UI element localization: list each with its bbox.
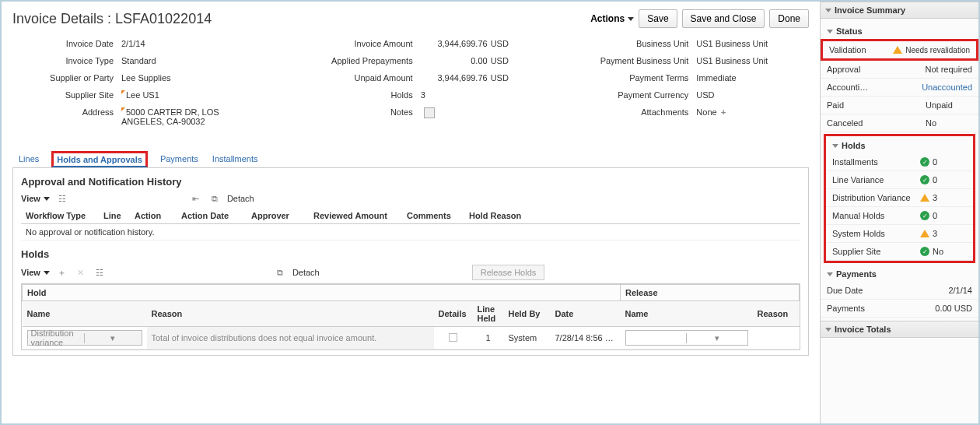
supplier-site-label: Supplier Site [12, 90, 121, 100]
due-date-label: Due Date [827, 286, 918, 295]
format-icon[interactable]: ☷ [93, 266, 106, 279]
status-title: Status [836, 26, 863, 36]
warning-icon [893, 46, 902, 54]
attachments-label: Attachments [564, 107, 696, 117]
status-subheader[interactable]: Status [821, 22, 978, 39]
group-release: Release [621, 285, 800, 301]
col-approver: Approver [247, 208, 309, 224]
holds-row[interactable]: Distribution variance ▾ Total of invoice… [23, 327, 800, 349]
payments-amount-row: Payments0.00 USD [821, 300, 978, 318]
accounting-label: Accounti… [827, 83, 922, 92]
hold-reason-value: Total of invoice distributions does not … [147, 327, 434, 349]
payment-bu-value: US1 Business Unit [696, 56, 809, 65]
release-holds-button[interactable]: Release Holds [472, 265, 545, 280]
unpaid-amount-value: 3,944,699.76 [421, 73, 491, 83]
disclosure-icon [825, 9, 831, 12]
payment-terms-label: Payment Terms [564, 73, 696, 83]
col-comments: Comments [402, 208, 464, 224]
tab-payments[interactable]: Payments [159, 151, 200, 167]
chevron-down-icon[interactable]: ▾ [686, 333, 747, 343]
tab-installments[interactable]: Installments [211, 151, 260, 167]
holds-table: Hold Release Name Reason Details Line He… [22, 284, 800, 349]
system-holds-value: 3 [933, 229, 937, 238]
invoice-amount-value: 3,944,699.76 [421, 39, 491, 48]
tab-holds-approvals[interactable]: Holds and Approvals [51, 151, 148, 167]
done-button[interactable]: Done [769, 9, 809, 28]
details-checkbox[interactable] [449, 333, 457, 342]
payments-label: Payments [827, 304, 918, 313]
payment-bu-label: Payment Business Unit [564, 56, 696, 65]
tab-lines[interactable]: Lines [17, 151, 40, 167]
warning-icon [920, 230, 929, 237]
applied-prepayments-value: 0.00 [421, 56, 491, 65]
hold-name-value: Distribution variance [28, 328, 85, 347]
save-button[interactable]: Save [639, 9, 677, 28]
paid-label: Paid [827, 100, 926, 110]
hold-name-dropdown[interactable]: Distribution variance ▾ [27, 330, 142, 346]
invoice-summary-header[interactable]: Invoice Summary [821, 2, 978, 19]
col-line: Line [99, 208, 130, 224]
holds-count-label: Holds [289, 90, 421, 100]
held-by-value: System [504, 327, 551, 349]
canceled-label: Canceled [827, 118, 926, 128]
actions-menu[interactable]: Actions [590, 13, 634, 24]
approval-value: Not required [925, 65, 972, 74]
delete-row-icon[interactable]: ✕ [75, 266, 87, 279]
status-canceled-row: CanceledNo [821, 114, 978, 132]
dist-variance-label: Distribution Variance [832, 193, 920, 202]
applied-prepayments-label: Applied Prepayments [289, 56, 421, 65]
line-variance-value: 0 [933, 175, 937, 184]
address-value: 5000 CARTER DR, LOS ANGELES, CA-90032 [121, 107, 257, 126]
save-close-button[interactable]: Save and Close [682, 9, 765, 28]
line-variance-label: Line Variance [832, 175, 920, 184]
view-menu[interactable]: View [21, 194, 50, 203]
installments-label: Installments [832, 157, 920, 167]
holds-system-row: System Holds3 [826, 225, 973, 243]
detach-icon[interactable]: ⧉ [208, 192, 221, 205]
flag-icon [121, 107, 125, 111]
payment-currency-value: USD [696, 90, 809, 100]
holds-supplier-site-row: Supplier Site✓No [826, 243, 973, 261]
holds-dist-variance-row: Distribution Variance3 [826, 189, 973, 207]
warning-icon [920, 194, 929, 202]
notes-label: Notes [289, 107, 421, 120]
format-icon[interactable]: ☷ [56, 192, 68, 205]
check-icon: ✓ [920, 211, 929, 220]
holds-manual-row: Manual Holds✓0 [826, 207, 973, 225]
payments-subheader[interactable]: Payments [821, 265, 978, 282]
status-paid-row: PaidUnpaid [821, 97, 978, 114]
chevron-down-icon[interactable]: ▾ [84, 333, 142, 343]
freeze-icon[interactable]: ⇤ [190, 192, 202, 205]
detach-icon[interactable]: ⧉ [274, 266, 286, 279]
invoice-totals-title: Invoice Totals [835, 325, 891, 334]
holds-view-menu[interactable]: View [21, 268, 50, 277]
check-icon: ✓ [920, 247, 929, 256]
unpaid-amount-currency: USD [491, 73, 522, 83]
payments-value: 0.00 USD [918, 304, 972, 313]
canceled-value: No [926, 118, 972, 128]
invoice-totals-header[interactable]: Invoice Totals [821, 321, 978, 338]
col-workflow-type: Workflow Type [21, 208, 99, 224]
hold-date-value: 7/28/14 8:56 … [551, 327, 621, 349]
invoice-summary-title: Invoice Summary [835, 5, 905, 15]
disclosure-icon [825, 328, 831, 332]
release-name-dropdown[interactable]: ▾ [625, 330, 748, 346]
detach-label[interactable]: Detach [227, 194, 254, 203]
applied-prepayments-currency: USD [491, 56, 522, 65]
sidebar-payments-title: Payments [836, 269, 877, 279]
holds-subheader[interactable]: Holds [826, 136, 973, 153]
invoice-date-value: 2/1/14 [121, 39, 257, 48]
col-release-name: Name [621, 301, 753, 327]
supplier-site-value: Lee US1 [121, 90, 257, 100]
add-attachment-icon[interactable]: + [719, 107, 728, 116]
supplier-label: Supplier or Party [12, 73, 121, 83]
manual-holds-label: Manual Holds [832, 211, 920, 220]
chevron-down-icon [628, 17, 634, 21]
accounting-value[interactable]: Unaccounted [922, 83, 972, 92]
add-row-icon[interactable]: ＋ [56, 266, 68, 279]
invoice-amount-currency: USD [491, 39, 522, 48]
payment-currency-label: Payment Currency [564, 90, 696, 100]
notes-icon[interactable] [424, 107, 435, 118]
detach-label[interactable]: Detach [292, 268, 320, 277]
col-details: Details [434, 301, 473, 327]
